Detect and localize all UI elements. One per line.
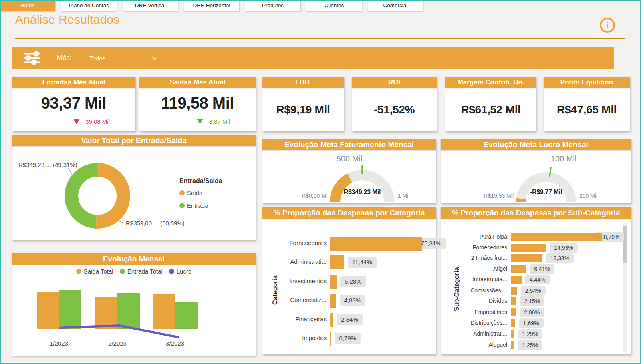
bar-4[interactable] — [511, 265, 526, 273]
gauge-faturamento-card: Evolução Meta Faturamento Mensal500 MilR… — [262, 139, 436, 203]
gauge-min-label: R$0,00 Mi — [302, 193, 327, 199]
kpi-card-4[interactable]: ROI-51,52% — [352, 77, 437, 131]
bar-3[interactable] — [511, 254, 542, 262]
kpi-delta-value: -39,08 Mil — [83, 118, 110, 125]
card-title: Margem Contrib. Un. — [445, 77, 536, 88]
bar-entrada-2/2023[interactable] — [117, 293, 140, 329]
kpi-body: -51,52% — [352, 88, 437, 131]
bar-6[interactable] — [511, 287, 517, 295]
kpi-value: R$61,52 Mil — [461, 103, 520, 116]
kpi-delta: -8,87 Mil — [197, 118, 230, 125]
bar-category-label: Distribuições... — [441, 320, 507, 326]
gauge-max-label: 1 Mi — [398, 193, 408, 199]
nav-tab-dre-horizontal[interactable]: DRE Horizontal — [184, 0, 239, 11]
nav-tab-clientes[interactable]: Clientes — [306, 0, 362, 11]
bar-category-label: Infraetrututa... — [441, 276, 507, 282]
bar-5[interactable] — [511, 276, 522, 284]
bar-value-label: 11,44% — [348, 257, 377, 268]
kpi-value: R$47,65 Mil — [557, 103, 617, 116]
donut-slice-saida[interactable] — [96, 163, 130, 229]
legend-dot — [120, 269, 125, 274]
kpi-value: 93,37 Mil — [12, 94, 135, 112]
kpi-body: R$61,52 Mil — [445, 88, 536, 131]
scrollbar-track[interactable] — [623, 223, 627, 352]
despesas-subcategoria-card: % Proporção das Despesas por Sub-Categor… — [441, 207, 631, 354]
bar-value-label: 2,15% — [520, 296, 545, 306]
bar-3[interactable] — [330, 275, 337, 289]
bar-value-label: 0,79% — [335, 333, 361, 344]
kpi-body: R$47,65 Mil — [544, 88, 630, 131]
bar-value-label: 4,83% — [340, 295, 366, 306]
bar-saida-2/2023[interactable] — [95, 297, 117, 329]
gauge-target-tick — [550, 167, 551, 177]
arrow-down-icon — [73, 119, 80, 124]
legend-item-entrada-total[interactable]: Entrada Total — [120, 268, 163, 275]
kpi-card-5[interactable]: Margem Contrib. Un.R$61,52 Mil — [445, 77, 536, 131]
nav-tab-dre-vertical[interactable]: DRE Vertical — [123, 0, 178, 11]
donut-callout-entrada: R$349,23 ... (49,31%) — [18, 161, 77, 168]
gauge-value-arc — [330, 173, 352, 202]
month-filter-dropdown[interactable]: Todos — [85, 52, 162, 64]
bar-9[interactable] — [511, 319, 515, 327]
bar-5[interactable] — [330, 313, 333, 327]
legend-dot — [179, 203, 185, 208]
legend-label: Entrada — [187, 202, 208, 209]
bar-entrada-1/2023[interactable] — [59, 290, 81, 329]
gauge-value-label: -R$9.77 Mil — [530, 189, 562, 196]
bar-value-label: 6,41% — [530, 264, 554, 274]
chart-legend: Saida TotalEntrada TotalLucro — [12, 268, 256, 275]
nav-tab-plano-de-contas[interactable]: Plano de Contas — [61, 0, 117, 11]
bar-value-label: 2,54% — [521, 286, 546, 296]
bar-4[interactable] — [330, 294, 336, 308]
legend-label: Saida Total — [84, 268, 113, 275]
legend-item-saida[interactable]: Saida — [179, 189, 202, 196]
kpi-card-2[interactable]: Saídas Mês Atual119,58 Mil-8,87 Mil — [139, 77, 256, 131]
bar-value-label: 5,28% — [340, 276, 366, 287]
kpi-value: 119,58 Mil — [139, 94, 256, 112]
gauge-value-label: R$349.23 Mil — [344, 189, 381, 196]
bar-category-label: Investimentos — [262, 278, 327, 284]
bar-6[interactable] — [330, 332, 331, 346]
nav-tab-home[interactable]: Home — [0, 0, 55, 11]
legend-item-entrada[interactable]: Entrada — [179, 202, 208, 209]
bar-saida-1/2023[interactable] — [37, 292, 59, 329]
info-button[interactable]: i — [600, 18, 615, 33]
chevron-down-icon — [152, 56, 158, 60]
card-title: Ponto Equilibrio — [544, 77, 630, 88]
page-title: Análise Resultados — [15, 13, 119, 26]
filter-bar: Mês: Todos — [12, 47, 614, 69]
kpi-card-1[interactable]: Entradas Mês Atual93,37 Mil-39,08 Mil — [12, 77, 135, 131]
bar-8[interactable] — [511, 308, 516, 316]
bar-value-label: 14,93% — [550, 243, 577, 253]
bar-entrada-3/2023[interactable] — [175, 302, 198, 329]
bar-2[interactable] — [511, 244, 546, 252]
kpi-card-3[interactable]: EBITR$9,19 Mil — [262, 77, 344, 131]
kpi-card-6[interactable]: Ponto EquilibrioR$47,65 Mil — [544, 77, 630, 131]
bar-1[interactable] — [511, 233, 602, 241]
card-title: % Proporção das Despesas por Categoria — [262, 207, 436, 219]
bar-value-label: 1,69% — [519, 318, 544, 328]
nav-tab-produtos[interactable]: Produtos — [245, 0, 300, 11]
bar-2[interactable] — [330, 255, 344, 269]
bar-7[interactable] — [511, 297, 516, 305]
gauge-max-label: 200 Mil — [579, 193, 597, 199]
nav-tabs: HomePlano de ContasDRE VerticalDRE Horiz… — [0, 0, 641, 11]
bar-value-label: 13,33% — [546, 253, 574, 263]
scrollbar-thumb[interactable] — [623, 226, 627, 263]
bar-10[interactable] — [511, 330, 514, 338]
bar-category-label: 2 Irmãos frut... — [441, 255, 507, 261]
donut-slice-entrada[interactable] — [65, 163, 97, 229]
nav-tab-comercial[interactable]: Comercial — [368, 0, 423, 11]
bar-category-label: Administrati... — [441, 330, 507, 337]
donut-callout-saida: R$359,00 ... (50,69%) — [126, 220, 185, 227]
month-filter-label: Mês: — [57, 54, 72, 62]
bar-saida-3/2023[interactable] — [153, 294, 175, 329]
legend-item-lucro[interactable]: Lucro — [169, 268, 192, 275]
legend-item-saida-total[interactable]: Saida Total — [76, 268, 113, 275]
x-axis-label: 2/2023 — [99, 340, 135, 347]
y-axis-title: Categoria — [272, 258, 279, 322]
bar-11[interactable] — [511, 341, 514, 349]
bar-category-label: Fornecedores — [441, 244, 507, 251]
bar-category-label: Fornecedores — [262, 239, 327, 246]
bar-1[interactable] — [330, 237, 422, 251]
